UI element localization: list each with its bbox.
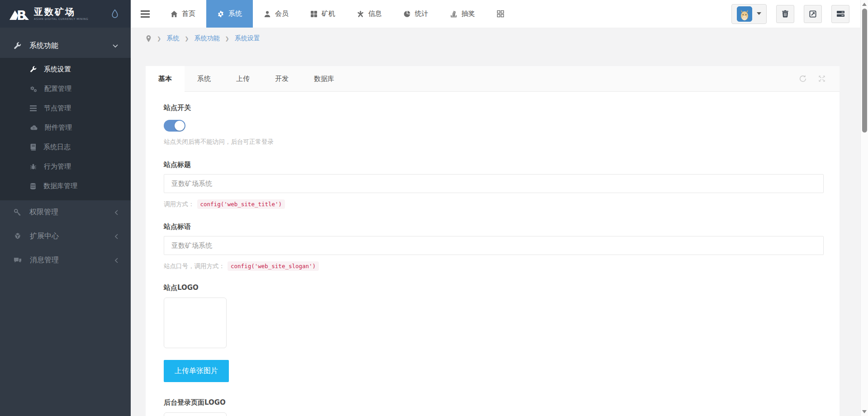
site-slogan-input[interactable] (164, 236, 824, 255)
field-help: 站点关闭后将不能访问，后台可正常登录 (164, 138, 824, 146)
wrench-icon (30, 66, 37, 73)
sidebar-item-label: 系统日志 (43, 143, 71, 151)
sidebar-section-label: 系统功能 (29, 41, 58, 51)
sidebar-item-database[interactable]: 数据库管理 (0, 176, 131, 196)
sidebar-item-logs[interactable]: 系统日志 (0, 137, 131, 157)
field-help: 站点口号，调用方式： config('web_site_slogan') (164, 261, 824, 271)
open-frontend-button[interactable] (804, 5, 822, 23)
server-icon (837, 10, 844, 17)
field-label: 站点标题 (164, 161, 824, 169)
nav-item-label: 抽奖 (461, 9, 475, 18)
nav-item-apps[interactable] (486, 0, 515, 28)
nav-item-label: 统计 (415, 9, 428, 18)
th-large-icon (310, 10, 318, 18)
scrollbar-thumb[interactable] (862, 9, 867, 132)
pie-chart-icon (403, 10, 411, 18)
tab-actions (799, 66, 840, 91)
sidebar-item-behavior[interactable]: 行为管理 (0, 157, 131, 176)
config-code: config('web_site_slogan') (228, 261, 319, 271)
brand-text: 亚数矿场 ASIAN DIGITAL CURRENCY MINING (34, 7, 88, 20)
sidebar-section-system-functions[interactable]: 系统功能 (0, 34, 131, 58)
breadcrumb-link-system-functions[interactable]: 系统功能 (194, 34, 219, 43)
nav-item-member[interactable]: 会员 (253, 0, 299, 28)
sidebar-section-extensions[interactable]: 扩展中心 (0, 224, 131, 248)
stack-icon (450, 10, 457, 18)
tab-database[interactable]: 数据库 (301, 66, 347, 91)
book-icon (30, 144, 36, 151)
sidebar-item-nodes[interactable]: 节点管理 (0, 99, 131, 118)
brand-area: B 亚数矿场 ASIAN DIGITAL CURRENCY MINING (0, 0, 131, 28)
top-right-controls (731, 0, 868, 28)
water-drop-icon (111, 9, 119, 19)
scroll-down-arrow[interactable] (862, 410, 867, 413)
field-label: 后台登录页面LOGO (164, 398, 824, 407)
top-navbar: B 亚数矿场 ASIAN DIGITAL CURRENCY MINING 首页 … (0, 0, 868, 28)
sidebar-section-permissions[interactable]: 权限管理 (0, 200, 131, 224)
avatar (737, 6, 752, 22)
main-nav: 首页 系统 会员 矿机 信息 统计 抽奖 (160, 0, 515, 28)
svg-text:B: B (17, 8, 26, 22)
field-help: 调用方式： config('web_site_title') (164, 199, 824, 209)
key-icon (14, 208, 21, 216)
chevron-left-icon (114, 210, 118, 215)
nav-item-lottery[interactable]: 抽奖 (439, 0, 486, 28)
fullscreen-icon[interactable] (818, 75, 826, 83)
nav-item-label: 首页 (182, 9, 195, 18)
sidebar-item-attachments[interactable]: 附件管理 (0, 118, 131, 137)
site-switch-toggle[interactable] (164, 120, 185, 132)
nav-item-label: 系统 (228, 9, 242, 18)
asterisk-icon (357, 10, 364, 18)
admin-logo-preview[interactable]: B (164, 412, 227, 416)
list-icon (30, 105, 37, 111)
field-label: 站点开关 (164, 104, 824, 112)
nav-item-info[interactable]: 信息 (346, 0, 393, 28)
site-title-input[interactable] (164, 174, 824, 193)
field-label: 站点标语 (164, 222, 824, 231)
site-logo-preview[interactable] (164, 298, 227, 348)
nav-item-home[interactable]: 首页 (160, 0, 206, 28)
field-site-logo: 站点LOGO 上传单张图片 (164, 284, 824, 382)
chevron-left-icon (114, 234, 118, 239)
basic-settings-form: 站点开关 站点关闭后将不能访问，后台可正常登录 站点标题 调用方式： confi… (146, 92, 840, 416)
help-text: 调用方式： (164, 200, 194, 208)
task-list-button[interactable] (831, 5, 849, 23)
upload-image-button[interactable]: 上传单张图片 (164, 360, 229, 382)
help-text: 站点口号，调用方式： (164, 262, 225, 270)
breadcrumb-link-system[interactable]: 系统 (166, 34, 179, 43)
tab-system[interactable]: 系统 (185, 66, 223, 91)
user-menu[interactable] (731, 4, 767, 24)
caret-down-icon (757, 12, 761, 15)
sidebar-toggle-button[interactable] (131, 0, 160, 28)
field-admin-logo: 后台登录页面LOGO B (164, 398, 824, 416)
chevron-left-icon (114, 258, 118, 263)
nav-item-stats[interactable]: 统计 (393, 0, 439, 28)
user-icon (264, 10, 271, 18)
nav-item-miner[interactable]: 矿机 (299, 0, 346, 28)
home-icon (171, 10, 178, 18)
breadcrumb-link-system-settings[interactable]: 系统设置 (235, 34, 260, 43)
sidebar-section-label: 权限管理 (29, 208, 58, 217)
sidebar-item-config[interactable]: 配置管理 (0, 79, 131, 99)
tab-develop[interactable]: 开发 (262, 66, 301, 91)
chevron-down-icon (113, 44, 118, 48)
tab-basic[interactable]: 基本 (146, 66, 185, 92)
gear-icon (217, 10, 224, 18)
sidebar-item-system-settings[interactable]: 系统设置 (0, 60, 131, 79)
breadcrumb-separator: ❯ (157, 36, 161, 42)
nav-item-system[interactable]: 系统 (206, 0, 253, 28)
content-area: ❯ 系统 ❯ 系统功能 ❯ 系统设置 基本 系统 上传 开发 数据库 站点开关 (131, 28, 868, 416)
brand-name: 亚数矿场 (34, 7, 88, 16)
clear-cache-button[interactable] (776, 5, 794, 23)
sidebar-section-label: 扩展中心 (30, 232, 59, 241)
external-link-icon (809, 10, 816, 18)
refresh-icon[interactable] (799, 75, 807, 83)
vertical-scrollbar[interactable] (860, 0, 868, 416)
scroll-up-arrow[interactable] (862, 3, 867, 6)
sidebar-section-messages[interactable]: 消息管理 (0, 248, 131, 272)
sidebar-section-label: 消息管理 (30, 255, 59, 265)
tab-upload[interactable]: 上传 (223, 66, 262, 91)
bug-icon (30, 163, 37, 170)
field-site-title: 站点标题 调用方式： config('web_site_title') (164, 161, 824, 209)
sidebar-item-label: 节点管理 (44, 104, 71, 113)
brand-logo: B (9, 6, 30, 22)
